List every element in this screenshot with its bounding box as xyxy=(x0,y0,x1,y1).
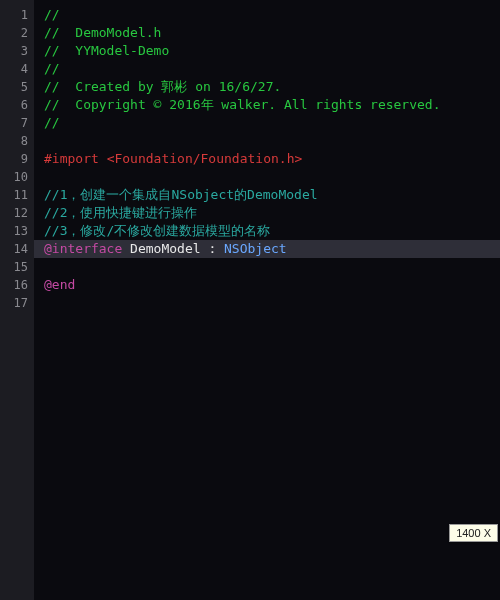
code-token: //3，修改/不修改创建数据模型的名称 xyxy=(44,223,270,238)
line-number: 6 xyxy=(4,96,28,114)
size-tooltip: 1400 X xyxy=(449,524,498,542)
line-number: 7 xyxy=(4,114,28,132)
code-line[interactable] xyxy=(44,168,500,186)
line-number: 14 xyxy=(4,240,28,258)
code-line[interactable]: //3，修改/不修改创建数据模型的名称 xyxy=(44,222,500,240)
code-line[interactable] xyxy=(44,258,500,276)
code-line[interactable]: #import <Foundation/Foundation.h> xyxy=(44,150,500,168)
code-line[interactable] xyxy=(44,132,500,150)
code-line[interactable]: // DemoModel.h xyxy=(44,24,500,42)
line-number: 16 xyxy=(4,276,28,294)
code-line[interactable]: // YYModel-Demo xyxy=(44,42,500,60)
line-number-gutter: 1234567891011121314151617 xyxy=(0,0,34,600)
line-number: 5 xyxy=(4,78,28,96)
line-number: 9 xyxy=(4,150,28,168)
size-tooltip-text: 1400 X xyxy=(456,527,491,539)
line-number: 11 xyxy=(4,186,28,204)
line-number: 10 xyxy=(4,168,28,186)
line-number: 1 xyxy=(4,6,28,24)
code-token: // Copyright © 2016年 walker. All rights … xyxy=(44,97,441,112)
code-token: @interface xyxy=(44,241,122,256)
line-number: 8 xyxy=(4,132,28,150)
code-token: // YYModel-Demo xyxy=(44,43,169,58)
code-editor[interactable]: 1234567891011121314151617 //// DemoModel… xyxy=(0,0,500,600)
code-area[interactable]: //// DemoModel.h// YYModel-Demo//// Crea… xyxy=(34,0,500,600)
line-number: 2 xyxy=(4,24,28,42)
code-token: @end xyxy=(44,277,75,292)
code-token: <Foundation/Foundation.h> xyxy=(107,151,303,166)
line-number: 3 xyxy=(4,42,28,60)
line-number: 13 xyxy=(4,222,28,240)
code-line[interactable]: // Created by 郭彬 on 16/6/27. xyxy=(44,78,500,96)
code-token: : xyxy=(208,241,224,256)
line-number: 15 xyxy=(4,258,28,276)
code-line[interactable]: //1，创建一个集成自NSobject的DemoModel xyxy=(44,186,500,204)
code-line[interactable]: // xyxy=(44,60,500,78)
line-number: 17 xyxy=(4,294,28,312)
code-line[interactable]: // xyxy=(44,6,500,24)
code-line[interactable]: @interface DemoModel : NSObject xyxy=(34,240,500,258)
code-token: // xyxy=(44,7,60,22)
code-line[interactable]: // Copyright © 2016年 walker. All rights … xyxy=(44,96,500,114)
code-token: //2，使用快捷键进行操作 xyxy=(44,205,197,220)
code-token: // xyxy=(44,115,60,130)
code-line[interactable]: @end xyxy=(44,276,500,294)
code-token: //1，创建一个集成自NSobject的DemoModel xyxy=(44,187,318,202)
code-token: DemoModel xyxy=(122,241,208,256)
code-token: // Created by 郭彬 on 16/6/27. xyxy=(44,79,281,94)
code-line[interactable] xyxy=(44,294,500,312)
code-token: #import xyxy=(44,151,107,166)
code-token: NSObject xyxy=(224,241,287,256)
code-token: // xyxy=(44,61,60,76)
line-number: 12 xyxy=(4,204,28,222)
code-line[interactable]: //2，使用快捷键进行操作 xyxy=(44,204,500,222)
code-line[interactable]: // xyxy=(44,114,500,132)
line-number: 4 xyxy=(4,60,28,78)
code-token: // DemoModel.h xyxy=(44,25,161,40)
